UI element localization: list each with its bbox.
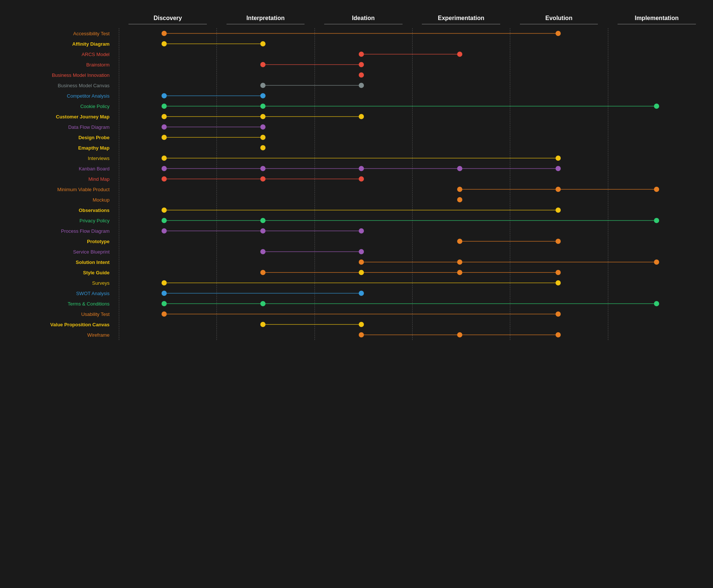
connecting-line — [164, 158, 558, 159]
dot — [457, 239, 462, 244]
dot — [556, 31, 561, 36]
dot — [260, 166, 266, 171]
row-label: Cookie Policy — [7, 104, 115, 109]
dot — [162, 31, 167, 36]
table-row: Observations — [7, 205, 706, 215]
row-line-area — [115, 246, 706, 257]
connecting-line — [263, 85, 361, 86]
phase-header-ideation: Ideation — [315, 15, 412, 24]
row-line-area — [115, 278, 706, 288]
table-row: Mockup — [7, 195, 706, 205]
dot — [359, 259, 364, 265]
row-label: Solution Intent — [7, 259, 115, 265]
row-line-area — [115, 163, 706, 174]
dot — [260, 145, 266, 150]
connecting-line — [164, 106, 656, 107]
row-label: Service Blueprint — [7, 249, 115, 255]
table-row: Privacy Policy — [7, 215, 706, 226]
dot — [359, 166, 364, 171]
row-line-area — [115, 59, 706, 70]
phase-header-experimentation: Experimentation — [412, 15, 510, 24]
dot — [556, 187, 561, 192]
row-line-area — [115, 132, 706, 143]
row-line-area — [115, 28, 706, 39]
dot — [260, 270, 266, 275]
row-label: Affinity Diagram — [7, 41, 115, 47]
row-line-area — [115, 309, 706, 319]
connecting-line — [460, 241, 558, 242]
dot — [162, 208, 167, 213]
dot — [162, 156, 167, 161]
row-line-area — [115, 143, 706, 153]
row-label: Surveys — [7, 280, 115, 286]
dot — [260, 83, 266, 88]
row-label: Usability Test — [7, 311, 115, 317]
table-row: Prototype — [7, 236, 706, 246]
phase-header-interpretation: Interpretation — [216, 15, 314, 24]
table-row: Data Flow Diagram — [7, 122, 706, 132]
phase-header-implementation: Implementation — [608, 15, 706, 24]
row-label: SWOT Analysis — [7, 291, 115, 296]
dot — [260, 104, 266, 109]
dot — [457, 332, 462, 337]
table-row: Service Blueprint — [7, 246, 706, 257]
dot — [556, 166, 561, 171]
connecting-line — [164, 33, 558, 34]
dot — [162, 93, 167, 98]
dot — [260, 176, 266, 182]
row-label: Accessibility Test — [7, 31, 115, 36]
table-row: Style Guide — [7, 267, 706, 278]
table-row: Brainstorm — [7, 59, 706, 70]
row-label: Design Probe — [7, 135, 115, 140]
dot — [359, 322, 364, 327]
table-row: Terms & Conditions — [7, 298, 706, 309]
dot — [359, 52, 364, 57]
row-label: Customer Journey Map — [7, 114, 115, 120]
row-line-area — [115, 174, 706, 184]
dot — [359, 332, 364, 337]
connecting-line — [361, 54, 460, 55]
connecting-line — [263, 324, 361, 325]
dot — [654, 259, 659, 265]
dot — [556, 280, 561, 285]
table-row: ARCS Model — [7, 49, 706, 59]
connecting-line — [263, 251, 361, 252]
row-line-area — [115, 184, 706, 195]
table-row: Interviews — [7, 153, 706, 163]
dot — [260, 249, 266, 254]
dot — [457, 166, 462, 171]
phase-header-evolution: Evolution — [510, 15, 608, 24]
table-row: Surveys — [7, 278, 706, 288]
row-label: Style Guide — [7, 270, 115, 275]
table-row: Usability Test — [7, 309, 706, 319]
dot — [162, 176, 167, 182]
row-line-area — [115, 288, 706, 298]
row-line-area — [115, 70, 706, 80]
row-line-area — [115, 80, 706, 91]
dot — [556, 239, 561, 244]
connecting-line — [164, 43, 263, 44]
dot — [359, 72, 364, 78]
dot — [556, 156, 561, 161]
row-label: Observations — [7, 208, 115, 213]
dot — [162, 301, 167, 306]
connecting-line — [164, 127, 263, 127]
row-line-area — [115, 267, 706, 278]
row-label: Competitor Analysis — [7, 93, 115, 99]
dot — [260, 62, 266, 67]
dot — [457, 259, 462, 265]
row-line-area — [115, 330, 706, 340]
dot — [162, 228, 167, 233]
connecting-line — [361, 262, 657, 262]
table-row: Emapthy Map — [7, 143, 706, 153]
row-label: Prototype — [7, 239, 115, 244]
dot — [457, 197, 462, 202]
dot — [162, 41, 167, 46]
table-row: Cookie Policy — [7, 101, 706, 111]
dot — [359, 228, 364, 233]
table-row: Wireframe — [7, 330, 706, 340]
dot — [359, 114, 364, 119]
phase-header-discovery: Discovery — [119, 15, 216, 24]
row-label: Business Model Canvas — [7, 83, 115, 88]
dot — [359, 83, 364, 88]
